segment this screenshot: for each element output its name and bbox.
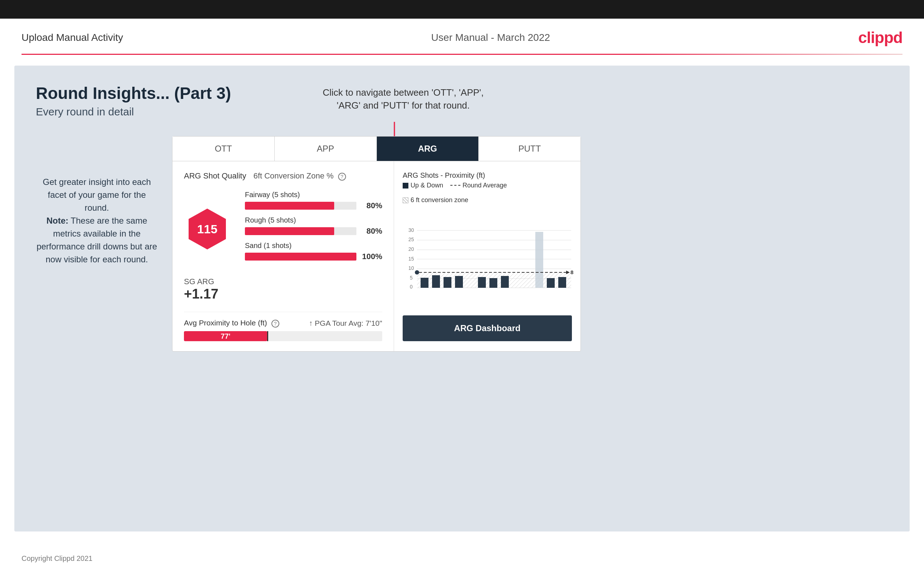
legend-label-round-avg: Round Average — [462, 182, 507, 189]
proximity-row: Avg Proximity to Hole (ft) ? ↑ PGA Tour … — [184, 312, 382, 341]
svg-text:20: 20 — [409, 246, 414, 252]
upload-label[interactable]: Upload Manual Activity — [21, 32, 123, 44]
bar-2 — [432, 275, 440, 288]
bar-track-sand — [245, 253, 356, 261]
bar-fill-fairway — [245, 202, 334, 210]
svg-text:15: 15 — [409, 256, 414, 262]
insight-note: Note: — [46, 216, 68, 226]
proximity-bar-fill: 77' — [184, 331, 267, 341]
bar-row-fairway: Fairway (5 shots) 80% — [245, 191, 382, 210]
bar-label-fairway: Fairway (5 shots) — [245, 191, 382, 199]
proximity-bar-track: 77' — [184, 331, 382, 341]
clippd-logo: clippd — [858, 29, 903, 46]
sg-row: SG ARG +1.17 — [184, 277, 382, 302]
bar-pct-sand: 100% — [361, 252, 382, 261]
top-bar — [0, 0, 924, 19]
bar-tall — [535, 232, 543, 288]
insight-text: Get greater insight into each facet of y… — [36, 176, 158, 266]
bar-pct-fairway: 80% — [361, 201, 382, 210]
bar-3 — [444, 277, 451, 288]
bar-label-sand: Sand (1 shots) — [245, 242, 382, 250]
panel-header-sublabel: 6ft Conversion Zone % ? — [254, 171, 346, 181]
proximity-question-icon[interactable]: ? — [271, 320, 279, 327]
sg-value: +1.17 — [184, 286, 382, 302]
bar-fill-sand — [245, 253, 356, 261]
footer: Copyright Clippd 2021 — [21, 554, 92, 562]
svg-text:25: 25 — [409, 237, 414, 242]
card-body: ARG Shot Quality 6ft Conversion Zone % ?… — [173, 161, 580, 351]
bar-5 — [478, 277, 486, 288]
bar-track-fairway — [245, 202, 356, 210]
bars-section: Fairway (5 shots) 80% Rough (5 shots) — [245, 191, 382, 267]
legend-hatched-6ft — [403, 197, 409, 203]
navigate-hint: Click to navigate between 'OTT', 'APP', … — [323, 86, 484, 112]
legend-square-up-down — [403, 183, 409, 189]
tab-ott[interactable]: OTT — [173, 137, 275, 161]
bar-row-sand: Sand (1 shots) 100% — [245, 242, 382, 261]
bar-label-rough: Rough (5 shots) — [245, 216, 382, 224]
hex-container: 115 — [184, 206, 231, 252]
chart-legend: Up & Down Round Average 6 ft conversion … — [403, 182, 572, 204]
left-panel: ARG Shot Quality 6ft Conversion Zone % ?… — [173, 161, 394, 351]
bar-8 — [547, 278, 555, 288]
insight-main: Get greater insight into each facet of y… — [43, 177, 151, 213]
bar-9 — [558, 277, 566, 288]
chart-svg: 0 5 10 15 20 25 30 — [403, 210, 575, 292]
bar-4 — [455, 276, 463, 288]
hex-score-row: 115 Fairway (5 shots) 80% — [184, 191, 382, 267]
tab-app[interactable]: APP — [275, 137, 377, 161]
hex-score: 115 — [197, 222, 218, 236]
card-container: OTT APP ARG PUTT ARG Shot Quality 6ft Co… — [172, 136, 581, 351]
legend-6ft: 6 ft conversion zone — [403, 197, 468, 204]
navigate-hint-line1: Click to navigate between 'OTT', 'APP', — [323, 87, 484, 98]
tab-row: OTT APP ARG PUTT — [173, 137, 580, 161]
question-icon[interactable]: ? — [338, 173, 346, 181]
chart-title: ARG Shots - Proximity (ft) — [403, 171, 572, 180]
sg-label: SG ARG — [184, 277, 382, 286]
panel-header-label: ARG Shot Quality — [184, 171, 246, 181]
svg-text:0: 0 — [410, 284, 413, 290]
arg-dashboard-button[interactable]: ARG Dashboard — [403, 315, 572, 341]
logo-container: clippd — [858, 29, 903, 47]
proximity-cursor — [267, 331, 268, 341]
bar-fill-rough — [245, 227, 334, 235]
bar-7 — [501, 276, 509, 288]
bar-track-rough — [245, 227, 356, 235]
legend-round-avg: Round Average — [450, 182, 507, 189]
avg-value: 8 — [570, 269, 573, 275]
tab-putt[interactable]: PUTT — [479, 137, 580, 161]
tab-arg[interactable]: ARG — [377, 137, 479, 161]
svg-text:30: 30 — [409, 227, 414, 233]
avg-dot — [415, 270, 419, 274]
right-panel: ARG Shots - Proximity (ft) Up & Down Rou… — [394, 161, 580, 351]
main-content: Round Insights... (Part 3) Every round i… — [15, 66, 909, 532]
proximity-header: Avg Proximity to Hole (ft) ? ↑ PGA Tour … — [184, 319, 382, 327]
navigate-hint-line2: 'ARG' and 'PUTT' for that round. — [337, 100, 470, 111]
bar-6 — [489, 278, 497, 288]
svg-text:5: 5 — [410, 275, 413, 280]
header-divider — [21, 54, 903, 55]
bar-1 — [421, 278, 428, 288]
proximity-pga: ↑ PGA Tour Avg: 7'10" — [309, 319, 382, 327]
legend-label-up-down: Up & Down — [410, 182, 443, 189]
proximity-label: Avg Proximity to Hole (ft) ? — [184, 319, 279, 327]
legend-dashed-line — [450, 185, 460, 186]
bar-row-rough: Rough (5 shots) 80% — [245, 216, 382, 236]
panel-header: ARG Shot Quality 6ft Conversion Zone % ? — [184, 171, 382, 181]
svg-text:10: 10 — [409, 265, 414, 271]
chart-area: 0 5 10 15 20 25 30 — [403, 210, 572, 309]
center-label: User Manual - March 2022 — [431, 32, 550, 44]
bar-pct-rough: 80% — [361, 227, 382, 236]
proximity-value: 77' — [221, 332, 231, 340]
legend-label-6ft: 6 ft conversion zone — [410, 197, 468, 204]
legend-up-down: Up & Down — [403, 182, 443, 189]
header: Upload Manual Activity User Manual - Mar… — [0, 19, 924, 54]
